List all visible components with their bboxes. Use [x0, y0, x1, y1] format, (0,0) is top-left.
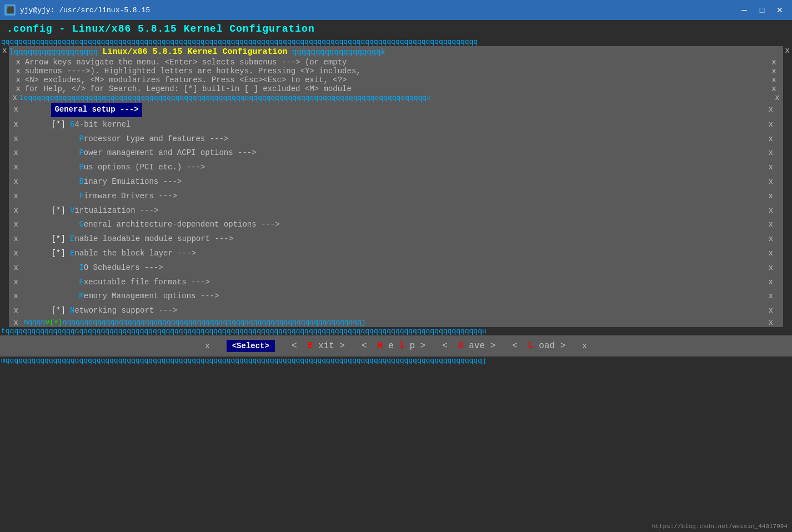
menu-item-networking[interactable]: x [*] N etworking support ---> x: [13, 304, 778, 318]
load-button-wrapper[interactable]: < L oad >: [512, 341, 565, 351]
menu-item-binary[interactable]: x B inary Emulations ---> x: [13, 175, 778, 189]
info-lines: x Arrow keys navigate the menu. <Enter> …: [9, 58, 783, 93]
bottom-border-2: mqqqqqqqqqqqqqqqqqqqqqqqqqqqqqqqqqqqqqqq…: [0, 357, 792, 365]
info-line-3: x <N> excludes, <M> modularizes features…: [16, 76, 776, 84]
exit-button-wrapper[interactable]: < E xit >: [292, 341, 345, 351]
dialog-border-left: lqqqqqqqqqqqqqqqqqq: [9, 48, 102, 57]
top-border: qqqqqqqqqqqqqqqqqqqqqqqqqqqqqqqqqqqqqqqq…: [0, 38, 792, 46]
info-text-1: Arrow keys navigate the menu. <Enter> se…: [25, 58, 347, 67]
bottom-scrollbar: mqqqqv(+)qqqqqqqqqqqqqqqqqqqqqqqqqqqqqqq…: [23, 318, 768, 327]
terminal: .config - Linux/x86 5.8.15 Kernel Config…: [0, 20, 792, 532]
dialog-title: Linux/x86 5.8.15 Kernel Configuration: [102, 47, 287, 57]
maximize-button[interactable]: □: [754, 3, 770, 17]
dialog-title-row: lqqqqqqqqqqqqqqqqqq Linux/x86 5.8.15 Ker…: [9, 46, 783, 58]
dialog-wrapper: x lqqqqqqqqqqqqqqqqqq Linux/x86 5.8.15 K…: [0, 46, 792, 327]
outer-left-x: x: [0, 46, 9, 327]
close-button[interactable]: ✕: [772, 3, 788, 17]
sub-border: x lqqqqqqqqqqqqqqqqqqqqqqqqqqqqqqqqqqqqq…: [9, 93, 783, 102]
selected-item-label[interactable]: General setup --->: [51, 103, 142, 117]
watermark: https://blog.csdn.net/weixin_44017994: [652, 523, 788, 530]
dialog-border-right: qqqqqqqqqqqqqqqqqqqk: [288, 48, 385, 57]
menu-item-power[interactable]: x P ower management and ACPI options ---…: [13, 146, 778, 160]
info-line-1: x Arrow keys navigate the menu. <Enter> …: [16, 58, 776, 67]
titlebar-title: yjy@yjy: /usr/src/linux-5.8.15: [20, 6, 150, 14]
bottom-border-1: tqqqqqqqqqqqqqqqqqqqqqqqqqqqqqqqqqqqqqqq…: [0, 327, 792, 335]
info-line-4: x for Help, </> for Search. Legend: [*] …: [16, 84, 776, 93]
menu-item-io[interactable]: x I O Schedulers ---> x: [13, 261, 778, 275]
select-button[interactable]: <Select>: [227, 340, 275, 352]
titlebar-left: ⬛ yjy@yjy: /usr/src/linux-5.8.15: [4, 4, 150, 16]
menu-item-arch[interactable]: x G eneral architecture-dependent option…: [13, 218, 778, 232]
menu-item-processor[interactable]: x P rocessor type and features ---> x: [13, 132, 778, 147]
menu-item-block[interactable]: x [*] E nable the block layer ---> x: [13, 247, 778, 261]
info-text-4: for Help, </> for Search. Legend: [*] bu…: [25, 84, 352, 93]
outer-right-x: x: [783, 46, 792, 327]
menu-item-memory[interactable]: x M emory Management options ---> x: [13, 289, 778, 304]
menu-item-modules[interactable]: x [*] E nable loadable module support --…: [13, 232, 778, 247]
menu-item-64bit[interactable]: x [*] 6 4-bit kernel x: [13, 118, 778, 132]
info-text-3: <N> excludes, <M> modularizes features. …: [25, 76, 347, 84]
menu-item-bus[interactable]: x B us options (PCI etc.) ---> x: [13, 160, 778, 175]
minimize-button[interactable]: ─: [736, 3, 752, 17]
info-text-2: submenus ---->). Highlighted letters are…: [25, 67, 361, 76]
scroll-bar-row: x mqqqqv(+)qqqqqqqqqqqqqqqqqqqqqqqqqqqqq…: [9, 318, 783, 327]
button-row: x <Select> < E xit > < H e l p > < S ave…: [0, 335, 792, 357]
menu-item-exec[interactable]: x E xecutable file formats ---> x: [13, 275, 778, 290]
titlebar: ⬛ yjy@yjy: /usr/src/linux-5.8.15 ─ □ ✕: [0, 0, 792, 20]
menu-item-firmware[interactable]: x F irmware Drivers ---> x: [13, 189, 778, 204]
titlebar-controls: ─ □ ✕: [736, 3, 788, 17]
menu-list: x General setup ---> x x [*] 6 4-bit ker…: [9, 102, 783, 318]
menu-item-virtualization[interactable]: x [*] V irtualization ---> x: [13, 204, 778, 218]
config-title: .config - Linux/x86 5.8.15 Kernel Config…: [0, 20, 792, 38]
info-line-2: x submenus ---->). Highlighted letters a…: [16, 67, 776, 76]
save-button-wrapper[interactable]: < S ave >: [442, 341, 495, 351]
help-button-wrapper[interactable]: < H e l p >: [362, 341, 425, 351]
menu-item-general-setup[interactable]: x General setup ---> x: [13, 102, 778, 118]
app-icon: ⬛: [4, 4, 16, 16]
